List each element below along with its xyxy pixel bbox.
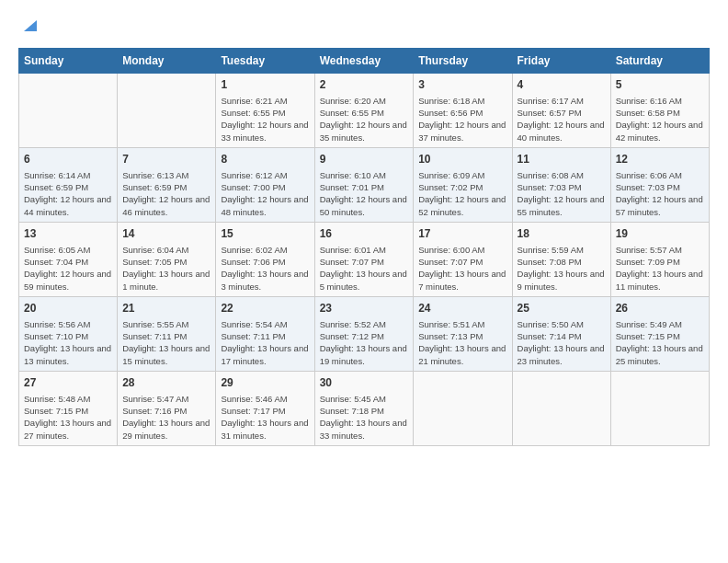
day-number: 11 <box>518 152 606 167</box>
day-number: 28 <box>122 375 210 391</box>
calendar-cell: 18Sunrise: 5:59 AMSunset: 7:08 PMDayligh… <box>512 222 610 296</box>
calendar-cell: 14Sunrise: 6:04 AMSunset: 7:05 PMDayligh… <box>118 222 216 296</box>
day-info: Sunrise: 6:01 AMSunset: 7:07 PMDaylight:… <box>320 244 409 293</box>
calendar-cell: 25Sunrise: 5:50 AMSunset: 7:14 PMDayligh… <box>512 296 610 371</box>
calendar-cell: 26Sunrise: 5:49 AMSunset: 7:15 PMDayligh… <box>610 296 709 371</box>
day-number: 15 <box>221 226 309 242</box>
header-tuesday: Tuesday <box>216 49 314 74</box>
day-info: Sunrise: 5:46 AMSunset: 7:17 PMDaylight:… <box>221 393 309 442</box>
day-number: 25 <box>518 301 606 316</box>
day-number: 16 <box>320 226 409 242</box>
day-info: Sunrise: 6:14 AMSunset: 6:59 PMDaylight:… <box>24 169 112 218</box>
calendar-cell: 13Sunrise: 6:05 AMSunset: 7:04 PMDayligh… <box>19 222 118 296</box>
day-number: 7 <box>122 152 210 167</box>
week-row: 13Sunrise: 6:05 AMSunset: 7:04 PMDayligh… <box>19 222 710 296</box>
day-info: Sunrise: 5:55 AMSunset: 7:11 PMDaylight:… <box>122 318 210 367</box>
logo-icon <box>22 17 39 33</box>
calendar-cell: 30Sunrise: 5:45 AMSunset: 7:18 PMDayligh… <box>314 371 414 445</box>
day-number: 14 <box>122 226 210 242</box>
day-number: 19 <box>616 226 704 242</box>
logo <box>18 18 39 39</box>
calendar-cell: 2Sunrise: 6:20 AMSunset: 6:55 PMDaylight… <box>314 74 414 148</box>
week-row: 1Sunrise: 6:21 AMSunset: 6:55 PMDaylight… <box>19 74 710 148</box>
day-number: 10 <box>418 152 506 167</box>
header-monday: Monday <box>118 49 216 74</box>
day-number: 27 <box>24 375 112 391</box>
day-info: Sunrise: 5:49 AMSunset: 7:15 PMDaylight:… <box>616 318 704 367</box>
svg-marker-0 <box>24 20 37 31</box>
header-thursday: Thursday <box>414 49 512 74</box>
day-info: Sunrise: 6:21 AMSunset: 6:55 PMDaylight:… <box>221 95 309 144</box>
day-info: Sunrise: 5:51 AMSunset: 7:13 PMDaylight:… <box>418 318 506 367</box>
day-number: 6 <box>24 152 112 167</box>
week-row: 20Sunrise: 5:56 AMSunset: 7:10 PMDayligh… <box>19 296 710 371</box>
day-number: 4 <box>518 77 606 93</box>
calendar-cell <box>512 371 610 445</box>
day-info: Sunrise: 6:00 AMSunset: 7:07 PMDaylight:… <box>418 244 506 293</box>
calendar-cell: 16Sunrise: 6:01 AMSunset: 7:07 PMDayligh… <box>314 222 414 296</box>
day-info: Sunrise: 5:57 AMSunset: 7:09 PMDaylight:… <box>616 244 704 293</box>
calendar-cell: 28Sunrise: 5:47 AMSunset: 7:16 PMDayligh… <box>118 371 216 445</box>
calendar-cell: 11Sunrise: 6:08 AMSunset: 7:03 PMDayligh… <box>512 147 610 222</box>
header-friday: Friday <box>512 49 610 74</box>
page-header <box>18 18 710 39</box>
day-info: Sunrise: 6:18 AMSunset: 6:56 PMDaylight:… <box>418 95 506 144</box>
day-number: 2 <box>320 77 409 93</box>
day-info: Sunrise: 5:48 AMSunset: 7:15 PMDaylight:… <box>24 393 112 442</box>
calendar-cell: 7Sunrise: 6:13 AMSunset: 6:59 PMDaylight… <box>118 147 216 222</box>
calendar-cell: 12Sunrise: 6:06 AMSunset: 7:03 PMDayligh… <box>610 147 709 222</box>
day-number: 26 <box>616 301 704 316</box>
calendar-cell: 6Sunrise: 6:14 AMSunset: 6:59 PMDaylight… <box>19 147 118 222</box>
calendar-cell: 22Sunrise: 5:54 AMSunset: 7:11 PMDayligh… <box>216 296 314 371</box>
day-number: 3 <box>418 77 506 93</box>
day-number: 23 <box>320 301 409 316</box>
day-info: Sunrise: 6:06 AMSunset: 7:03 PMDaylight:… <box>616 169 704 218</box>
day-info: Sunrise: 5:45 AMSunset: 7:18 PMDaylight:… <box>320 393 409 442</box>
calendar-cell: 1Sunrise: 6:21 AMSunset: 6:55 PMDaylight… <box>216 74 314 148</box>
day-info: Sunrise: 6:08 AMSunset: 7:03 PMDaylight:… <box>518 169 606 218</box>
calendar-table: SundayMondayTuesdayWednesdayThursdayFrid… <box>18 48 710 446</box>
day-number: 20 <box>24 301 112 316</box>
day-info: Sunrise: 6:12 AMSunset: 7:00 PMDaylight:… <box>221 169 309 218</box>
day-info: Sunrise: 6:20 AMSunset: 6:55 PMDaylight:… <box>320 95 409 144</box>
day-info: Sunrise: 6:04 AMSunset: 7:05 PMDaylight:… <box>122 244 210 293</box>
day-number: 12 <box>616 152 704 167</box>
calendar-cell: 24Sunrise: 5:51 AMSunset: 7:13 PMDayligh… <box>414 296 512 371</box>
day-number: 24 <box>418 301 506 316</box>
day-info: Sunrise: 6:05 AMSunset: 7:04 PMDaylight:… <box>24 244 112 293</box>
calendar-header-row: SundayMondayTuesdayWednesdayThursdayFrid… <box>19 49 710 74</box>
day-info: Sunrise: 6:09 AMSunset: 7:02 PMDaylight:… <box>418 169 506 218</box>
calendar-cell <box>118 74 216 148</box>
calendar-cell <box>19 74 118 148</box>
day-info: Sunrise: 6:16 AMSunset: 6:58 PMDaylight:… <box>616 95 704 144</box>
day-number: 1 <box>221 77 309 93</box>
calendar-cell: 15Sunrise: 6:02 AMSunset: 7:06 PMDayligh… <box>216 222 314 296</box>
calendar-cell: 20Sunrise: 5:56 AMSunset: 7:10 PMDayligh… <box>19 296 118 371</box>
calendar-cell: 21Sunrise: 5:55 AMSunset: 7:11 PMDayligh… <box>118 296 216 371</box>
calendar-cell: 27Sunrise: 5:48 AMSunset: 7:15 PMDayligh… <box>19 371 118 445</box>
calendar-cell <box>610 371 709 445</box>
day-info: Sunrise: 6:10 AMSunset: 7:01 PMDaylight:… <box>320 169 409 218</box>
calendar-cell: 23Sunrise: 5:52 AMSunset: 7:12 PMDayligh… <box>314 296 414 371</box>
calendar-cell: 17Sunrise: 6:00 AMSunset: 7:07 PMDayligh… <box>414 222 512 296</box>
header-wednesday: Wednesday <box>314 49 414 74</box>
week-row: 6Sunrise: 6:14 AMSunset: 6:59 PMDaylight… <box>19 147 710 222</box>
calendar-cell: 9Sunrise: 6:10 AMSunset: 7:01 PMDaylight… <box>314 147 414 222</box>
day-info: Sunrise: 5:52 AMSunset: 7:12 PMDaylight:… <box>320 318 409 367</box>
header-saturday: Saturday <box>610 49 709 74</box>
day-number: 18 <box>518 226 606 242</box>
day-number: 29 <box>221 375 309 391</box>
week-row: 27Sunrise: 5:48 AMSunset: 7:15 PMDayligh… <box>19 371 710 445</box>
day-info: Sunrise: 6:13 AMSunset: 6:59 PMDaylight:… <box>122 169 210 218</box>
day-info: Sunrise: 5:56 AMSunset: 7:10 PMDaylight:… <box>24 318 112 367</box>
day-info: Sunrise: 5:59 AMSunset: 7:08 PMDaylight:… <box>518 244 606 293</box>
day-info: Sunrise: 5:54 AMSunset: 7:11 PMDaylight:… <box>221 318 309 367</box>
calendar-cell: 3Sunrise: 6:18 AMSunset: 6:56 PMDaylight… <box>414 74 512 148</box>
calendar-cell: 8Sunrise: 6:12 AMSunset: 7:00 PMDaylight… <box>216 147 314 222</box>
calendar-cell: 19Sunrise: 5:57 AMSunset: 7:09 PMDayligh… <box>610 222 709 296</box>
calendar-cell: 29Sunrise: 5:46 AMSunset: 7:17 PMDayligh… <box>216 371 314 445</box>
calendar-cell: 4Sunrise: 6:17 AMSunset: 6:57 PMDaylight… <box>512 74 610 148</box>
calendar-cell <box>414 371 512 445</box>
day-number: 21 <box>122 301 210 316</box>
calendar-cell: 5Sunrise: 6:16 AMSunset: 6:58 PMDaylight… <box>610 74 709 148</box>
